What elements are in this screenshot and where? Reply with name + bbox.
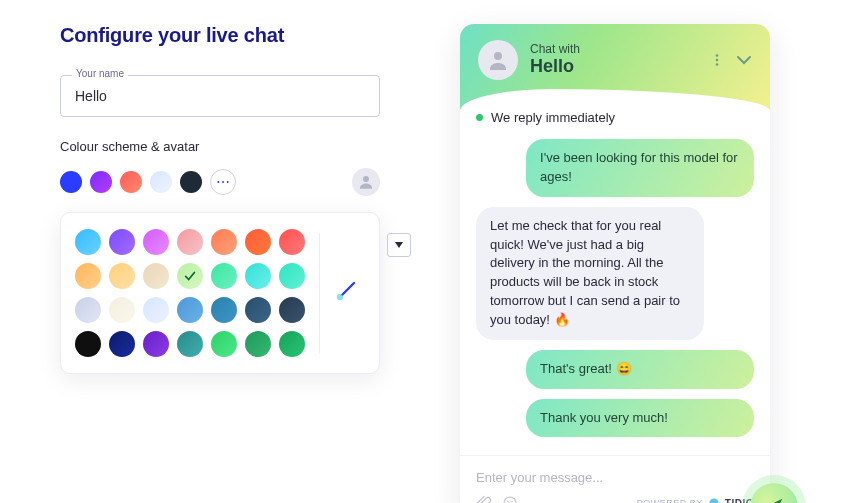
name-input[interactable] xyxy=(60,75,380,117)
name-field: Your name xyxy=(60,75,380,117)
svg-point-2 xyxy=(494,52,502,60)
powered-by-label: POWERED BY xyxy=(637,498,703,503)
palette-swatch[interactable] xyxy=(75,331,101,357)
person-icon xyxy=(486,48,510,72)
check-icon xyxy=(183,269,197,283)
avatar-placeholder[interactable] xyxy=(352,168,380,196)
custom-color-button[interactable] xyxy=(334,279,358,307)
palette-swatch[interactable] xyxy=(245,331,271,357)
brush-icon xyxy=(334,279,358,303)
palette-swatch[interactable] xyxy=(143,297,169,323)
person-icon xyxy=(357,173,375,191)
chat-input[interactable]: Enter your message... xyxy=(476,466,754,495)
chat-header-avatar xyxy=(478,40,518,80)
quick-color-swatch[interactable] xyxy=(60,171,82,193)
colour-section-label: Colour scheme & avatar xyxy=(60,139,380,154)
quick-color-swatch[interactable] xyxy=(90,171,112,193)
palette-swatch[interactable] xyxy=(177,297,203,323)
message-received: Let me check that for you real quick! We… xyxy=(476,207,704,340)
kebab-icon[interactable] xyxy=(710,53,724,67)
quick-color-row: ⋯ xyxy=(60,168,380,196)
svg-point-5 xyxy=(716,63,719,66)
palette-swatch[interactable] xyxy=(109,297,135,323)
palette-swatch[interactable] xyxy=(143,263,169,289)
palette-swatch[interactable] xyxy=(211,229,237,255)
palette-swatch[interactable] xyxy=(279,229,305,255)
color-picker xyxy=(60,212,380,374)
chat-body: We reply immediately I've been looking f… xyxy=(460,110,770,455)
message-sent: That's great! 😄 xyxy=(526,350,754,389)
palette-swatch[interactable] xyxy=(245,263,271,289)
svg-point-0 xyxy=(363,176,369,182)
picker-divider xyxy=(319,233,320,353)
status-row: We reply immediately xyxy=(476,110,754,125)
attachment-icon[interactable] xyxy=(476,495,492,503)
svg-point-6 xyxy=(504,497,516,503)
online-dot-icon xyxy=(476,114,483,121)
palette-swatch[interactable] xyxy=(177,331,203,357)
message-sent: I've been looking for this model for age… xyxy=(526,139,754,197)
palette-swatch[interactable] xyxy=(211,263,237,289)
palette-swatch[interactable] xyxy=(75,297,101,323)
more-colors-button[interactable]: ⋯ xyxy=(210,169,236,195)
palette-swatch[interactable] xyxy=(279,297,305,323)
palette-swatch[interactable] xyxy=(143,229,169,255)
svg-point-3 xyxy=(716,54,719,57)
palette-swatch[interactable] xyxy=(109,263,135,289)
palette-swatch[interactable] xyxy=(177,263,203,289)
chat-widget: Chat with Hello We reply immediately I'v… xyxy=(460,24,770,503)
palette-swatch[interactable] xyxy=(245,297,271,323)
status-text: We reply immediately xyxy=(491,110,615,125)
quick-color-swatch[interactable] xyxy=(180,171,202,193)
palette-swatch[interactable] xyxy=(279,331,305,357)
page-title: Configure your live chat xyxy=(60,24,380,47)
tidio-logo-icon xyxy=(708,497,720,503)
caret-down-icon xyxy=(395,242,403,248)
palette-swatch[interactable] xyxy=(75,229,101,255)
quick-color-swatch[interactable] xyxy=(150,171,172,193)
palette-swatch[interactable] xyxy=(211,297,237,323)
chat-operator-name: Hello xyxy=(530,56,580,78)
dropdown-toggle[interactable] xyxy=(387,233,411,257)
emoji-icon[interactable] xyxy=(502,495,518,503)
quick-color-swatch[interactable] xyxy=(120,171,142,193)
palette-swatch[interactable] xyxy=(109,331,135,357)
more-icon: ⋯ xyxy=(216,174,231,190)
name-field-label: Your name xyxy=(72,68,128,79)
message-sent: Thank you very much! xyxy=(526,399,754,438)
powered-by: POWERED BY TIDIO xyxy=(637,497,754,503)
palette-swatch[interactable] xyxy=(109,229,135,255)
chat-with-label: Chat with xyxy=(530,42,580,56)
palette-swatch[interactable] xyxy=(143,331,169,357)
chat-header: Chat with Hello xyxy=(460,24,770,110)
palette-swatch[interactable] xyxy=(279,263,305,289)
palette-swatch[interactable] xyxy=(245,229,271,255)
palette-swatch[interactable] xyxy=(177,229,203,255)
chevron-down-icon[interactable] xyxy=(736,53,752,67)
palette-swatch[interactable] xyxy=(75,263,101,289)
chat-preview: Chat with Hello We reply immediately I'v… xyxy=(460,24,770,503)
chat-input-area: Enter your message... POWERED BY TIDIO xyxy=(460,455,770,503)
send-icon xyxy=(763,496,785,503)
palette-swatch[interactable] xyxy=(211,331,237,357)
svg-point-4 xyxy=(716,59,719,62)
